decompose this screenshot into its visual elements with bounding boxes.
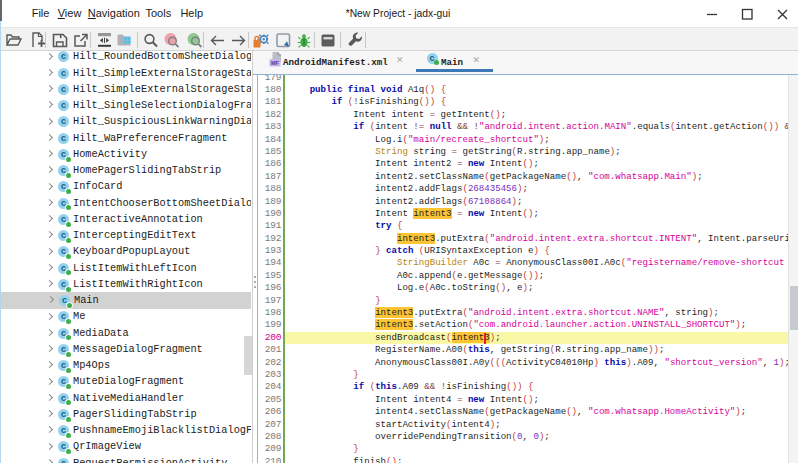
svg-text:MF: MF xyxy=(271,60,280,66)
